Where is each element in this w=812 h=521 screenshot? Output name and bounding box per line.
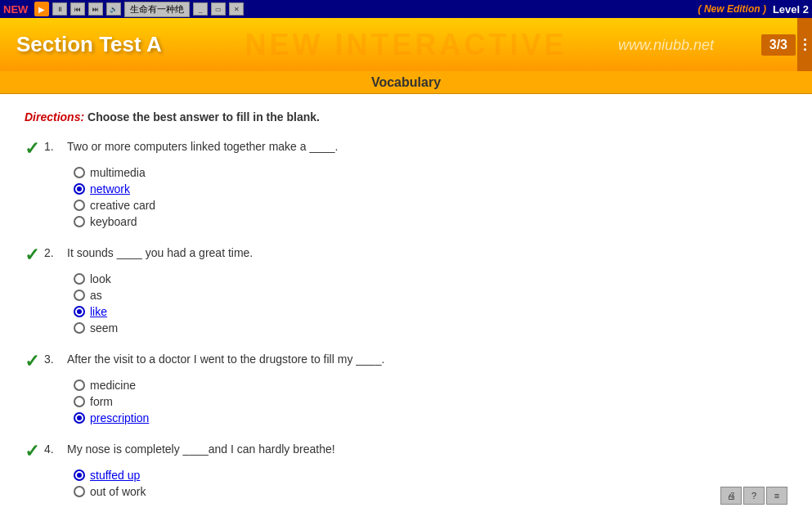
sub-header: Vocabulary xyxy=(0,71,812,94)
menu-btn[interactable]: ≡ xyxy=(766,487,787,505)
radio-button[interactable] xyxy=(74,290,85,301)
question-number: 1. xyxy=(44,140,61,153)
menu-dot-3 xyxy=(804,48,806,51)
options-list: medicineformprescription xyxy=(74,379,787,424)
options-list: multimedianetworkcreative cardkeyboard xyxy=(74,166,787,228)
question-row: ✓4.My nose is completely ____and I can h… xyxy=(25,442,787,462)
radio-button[interactable] xyxy=(74,486,85,497)
option-row[interactable]: look xyxy=(74,272,787,285)
radio-button[interactable] xyxy=(74,216,85,227)
check-mark: ✓ xyxy=(25,351,39,372)
question-block: ✓3.After the visit to a doctor I went to… xyxy=(25,353,787,424)
option-label: stuffed up xyxy=(90,469,140,482)
radio-button[interactable] xyxy=(74,167,85,178)
question-row: ✓3.After the visit to a doctor I went to… xyxy=(25,353,787,372)
header: NEW INTERACTIVE Section Test A www.niubb… xyxy=(0,18,812,71)
help-btn[interactable]: ? xyxy=(743,487,765,505)
menu-dot-1 xyxy=(804,38,806,41)
question-block: ✓1.Two or more computers linked together… xyxy=(25,140,787,228)
question-row: ✓2.It sounds ____ you had a great time. xyxy=(25,246,787,266)
radio-button[interactable] xyxy=(74,200,85,211)
restore-media[interactable]: ▭ xyxy=(211,2,226,16)
option-row[interactable]: keyboard xyxy=(74,215,787,228)
title-bar-left: NEW ▶ ⏸ ⏮ ⏭ 🔊 生命有一种绝 _ ▭ ✕ xyxy=(3,2,244,17)
header-title: Section Test A xyxy=(16,32,162,57)
radio-button[interactable] xyxy=(74,273,85,285)
option-label: creative card xyxy=(90,199,155,212)
minimize-media[interactable]: _ xyxy=(193,2,208,16)
option-label: as xyxy=(90,289,102,302)
option-row[interactable]: multimedia xyxy=(74,166,787,179)
option-label: network xyxy=(90,182,130,195)
directions-label: Directions: xyxy=(25,110,84,124)
bottom-toolbar: 🖨 ? ≡ xyxy=(720,487,787,505)
option-label: seem xyxy=(90,321,118,335)
question-text: It sounds ____ you had a great time. xyxy=(67,246,253,259)
option-label: keyboard xyxy=(90,215,137,228)
new-edition-label: ( New Edition ) xyxy=(698,3,766,15)
radio-button[interactable] xyxy=(74,469,85,481)
radio-button[interactable] xyxy=(74,306,85,317)
question-number: 3. xyxy=(44,353,61,366)
option-row[interactable]: creative card xyxy=(74,199,787,212)
radio-button[interactable] xyxy=(74,380,85,391)
question-text: After the visit to a doctor I went to th… xyxy=(67,353,384,366)
check-mark: ✓ xyxy=(25,245,39,266)
next-btn[interactable]: ⏭ xyxy=(88,2,103,16)
option-row[interactable]: seem xyxy=(74,321,787,335)
directions-text: Choose the best answer to fill in the bl… xyxy=(87,110,320,124)
option-row[interactable]: prescription xyxy=(74,411,787,424)
question-text: Two or more computers linked together ma… xyxy=(67,140,339,153)
option-row[interactable]: form xyxy=(74,395,787,408)
options-list: stuffed upout of work xyxy=(74,469,787,498)
question-number: 4. xyxy=(44,442,61,456)
radio-button[interactable] xyxy=(74,412,85,424)
option-label: prescription xyxy=(90,411,149,424)
radio-button[interactable] xyxy=(74,396,85,407)
title-bar-right: ( New Edition ) Level 2 xyxy=(698,3,809,16)
question-block: ✓4.My nose is completely ____and I can h… xyxy=(25,442,787,498)
media-icon: ▶ xyxy=(34,2,49,16)
check-mark: ✓ xyxy=(25,138,39,159)
option-row[interactable]: out of work xyxy=(74,485,787,498)
question-text: My nose is completely ____and I can hard… xyxy=(67,442,335,456)
header-website: www.niubb.net xyxy=(618,36,714,53)
sub-header-title: Vocabulary xyxy=(371,75,441,90)
question-number: 2. xyxy=(44,246,61,259)
main-content: Directions: Choose the best answer to fi… xyxy=(0,94,812,521)
menu-dot-2 xyxy=(804,43,806,46)
prev-btn[interactable]: ⏮ xyxy=(70,2,85,16)
questions-container: ✓1.Two or more computers linked together… xyxy=(25,140,787,498)
new-label: NEW xyxy=(3,3,28,16)
print-btn[interactable]: 🖨 xyxy=(720,487,742,505)
option-label: multimedia xyxy=(90,166,146,179)
option-row[interactable]: as xyxy=(74,289,787,302)
header-menu[interactable] xyxy=(797,18,812,71)
question-row: ✓1.Two or more computers linked together… xyxy=(25,140,787,159)
volume-btn[interactable]: 🔊 xyxy=(106,2,121,16)
option-label: look xyxy=(90,272,111,285)
option-row[interactable]: medicine xyxy=(74,379,787,392)
option-row[interactable]: stuffed up xyxy=(74,469,787,482)
program-title: 生命有一种绝 xyxy=(124,2,190,17)
option-label: form xyxy=(90,395,113,408)
title-bar: NEW ▶ ⏸ ⏮ ⏭ 🔊 生命有一种绝 _ ▭ ✕ ( New Edition… xyxy=(0,0,812,18)
option-label: out of work xyxy=(90,485,146,498)
option-row[interactable]: like xyxy=(74,305,787,318)
directions: Directions: Choose the best answer to fi… xyxy=(25,110,787,124)
option-label: like xyxy=(90,305,107,318)
pause-btn[interactable]: ⏸ xyxy=(52,2,67,16)
options-list: lookaslikeseem xyxy=(74,272,787,335)
option-label: medicine xyxy=(90,379,136,392)
radio-button[interactable] xyxy=(74,322,85,334)
watermark-text: NEW INTERACTIVE xyxy=(244,28,567,62)
close-media[interactable]: ✕ xyxy=(229,2,244,16)
check-mark: ✓ xyxy=(25,441,39,462)
question-block: ✓2.It sounds ____ you had a great time.l… xyxy=(25,246,787,335)
radio-button[interactable] xyxy=(74,183,85,195)
header-page: 3/3 xyxy=(761,34,796,56)
option-row[interactable]: network xyxy=(74,182,787,195)
level-badge: Level 2 xyxy=(773,3,809,16)
